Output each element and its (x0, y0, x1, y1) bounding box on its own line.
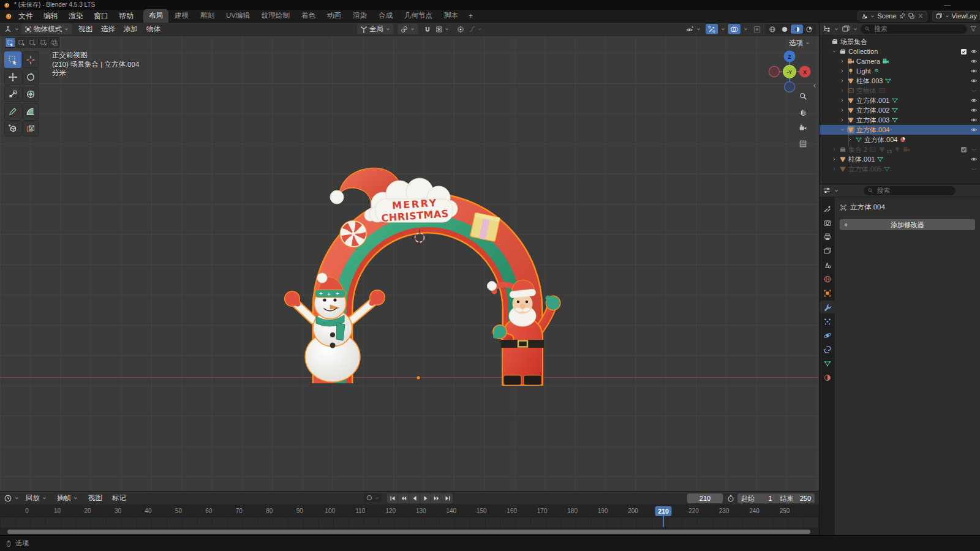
sel-invert-button[interactable] (38, 37, 48, 48)
end-frame-field[interactable]: 结束 250 (776, 494, 815, 503)
workspace-tab[interactable]: 布局 (143, 9, 168, 23)
object-visibility-dropdown[interactable] (684, 24, 703, 34)
workspace-tab[interactable]: 建模 (169, 9, 194, 23)
properties-tab-render[interactable] (820, 216, 835, 229)
outliner-row[interactable]: Collection (820, 47, 980, 56)
scene-selector[interactable]: Scene (858, 11, 927, 21)
menubar-item[interactable]: 窗口 (89, 10, 113, 23)
outliner-row[interactable]: 柱体.003 (820, 76, 980, 86)
scrollbar-thumb[interactable] (7, 530, 810, 534)
sel-intersect-button[interactable] (49, 37, 59, 48)
overlays-toggle[interactable] (728, 24, 741, 34)
shade-solid-button[interactable] (778, 24, 791, 34)
filter-icon[interactable] (970, 25, 977, 32)
view-layer-selector[interactable]: ViewLay (932, 11, 980, 21)
properties-tab-particles[interactable] (820, 315, 835, 328)
outliner-row[interactable]: 立方体.001 (820, 96, 980, 105)
axis-neg-z[interactable] (785, 82, 795, 92)
timeline-ruler[interactable]: 0102030405060708090100110120130140150160… (0, 505, 819, 517)
tool-duplicate-button[interactable] (22, 120, 39, 137)
eye-open-icon[interactable] (970, 116, 978, 124)
grid-nav-button[interactable] (797, 138, 809, 150)
pivot-point-dropdown[interactable] (398, 24, 418, 34)
tool-rotate-button[interactable] (22, 69, 39, 85)
editor-type-properties-icon[interactable] (823, 186, 831, 195)
jump-start-button[interactable] (387, 493, 398, 503)
timeline-menu-item[interactable]: 视图 (84, 492, 107, 504)
eye-open-icon[interactable] (970, 97, 978, 104)
outliner-row[interactable]: 集合 215 (820, 144, 980, 154)
snap-settings-dropdown[interactable] (434, 24, 451, 34)
properties-search[interactable] (864, 186, 956, 195)
tool-move-button[interactable] (4, 69, 21, 85)
camera-nav-button[interactable] (797, 122, 809, 134)
tool-select-button[interactable] (4, 51, 21, 68)
editor-type-timeline-icon[interactable] (4, 494, 12, 503)
sel-subtract-button[interactable] (27, 37, 37, 48)
outliner-row[interactable]: 场景集合 (820, 37, 980, 47)
minimize-button[interactable]: — (944, 1, 951, 8)
auto-keying-toggle[interactable] (364, 493, 382, 502)
falloff-dropdown[interactable] (467, 24, 484, 34)
eye-closed-icon[interactable] (970, 87, 978, 94)
current-frame-badge[interactable]: 210 (655, 506, 672, 516)
viewport-menu-item[interactable]: 物体 (142, 23, 165, 35)
tool-scale-button[interactable] (4, 86, 21, 102)
gizmos-toggle[interactable] (706, 24, 718, 34)
properties-tab-physics[interactable] (820, 329, 835, 342)
properties-tab-constraints[interactable] (820, 343, 835, 356)
chevron-down-icon[interactable] (720, 26, 726, 32)
menubar-item[interactable]: 渲染 (64, 10, 88, 23)
proportional-editing-toggle[interactable] (455, 24, 466, 34)
workspace-tab[interactable]: 合成 (373, 9, 398, 23)
outliner-row[interactable]: 立方体.004 (820, 135, 980, 144)
outliner-row[interactable]: Light (820, 66, 980, 76)
workspace-tab[interactable]: 几何节点 (399, 9, 438, 23)
timeline-menu-item[interactable]: 标记 (108, 492, 130, 504)
tool-add-cube-button[interactable] (4, 120, 21, 137)
properties-search-input[interactable] (876, 186, 952, 195)
properties-tab-output[interactable] (820, 230, 835, 243)
editor-type-3d-icon[interactable] (4, 25, 12, 34)
properties-tab-tool[interactable] (820, 202, 835, 215)
blender-logo-icon[interactable] (4, 12, 13, 20)
snap-toggle[interactable] (422, 24, 433, 34)
workspace-tab[interactable]: 纹理绘制 (256, 9, 295, 23)
collection-checkbox[interactable] (960, 146, 967, 153)
properties-tab-object[interactable] (820, 287, 835, 299)
snowman[interactable] (284, 273, 385, 382)
properties-tab-material[interactable] (820, 371, 835, 384)
eye-closed-icon[interactable] (970, 146, 978, 153)
properties-tab-object-data[interactable] (820, 357, 835, 370)
sel-set-button[interactable] (5, 37, 15, 48)
workspace-tab[interactable]: UV编辑 (221, 9, 255, 23)
eye-open-icon[interactable] (970, 58, 978, 65)
orientation-dropdown[interactable]: 全局 (357, 24, 394, 34)
copy-icon[interactable] (908, 12, 915, 20)
start-frame-field[interactable]: 起始 1 (737, 494, 776, 503)
add-workspace-button[interactable]: + (464, 10, 477, 23)
eye-open-icon[interactable] (970, 67, 978, 75)
santa[interactable] (488, 280, 561, 385)
add-modifier-button[interactable]: + 添加修改器 (840, 219, 975, 230)
timeline-menu-item[interactable]: 插帧 (53, 492, 83, 504)
shade-render-button[interactable] (803, 24, 815, 34)
3d-viewport[interactable]: 物体模式 视图选择添加物体 全局 (0, 23, 819, 491)
outliner-row[interactable]: 立方体.003 (820, 115, 980, 125)
hand-button[interactable] (797, 106, 809, 118)
tool-cursor-button[interactable] (22, 51, 39, 68)
xray-toggle[interactable] (751, 24, 763, 34)
gift-ornament[interactable] (470, 212, 500, 242)
close-icon[interactable] (917, 12, 924, 20)
timeline-track[interactable] (0, 517, 819, 527)
jump-end-button[interactable] (442, 493, 453, 503)
outliner-row[interactable]: 空物体 (820, 86, 980, 96)
timeline-menu-item[interactable]: 回放 (21, 492, 51, 504)
tool-transform-button[interactable] (22, 86, 39, 102)
outliner-row[interactable]: 立方体.004 (820, 125, 980, 135)
prev-key-button[interactable] (398, 493, 409, 503)
viewport-menu-item[interactable]: 添加 (119, 23, 142, 35)
properties-tab-modifiers[interactable] (820, 301, 835, 313)
current-frame-field[interactable]: 210 (687, 493, 723, 503)
play-button[interactable] (420, 493, 431, 503)
